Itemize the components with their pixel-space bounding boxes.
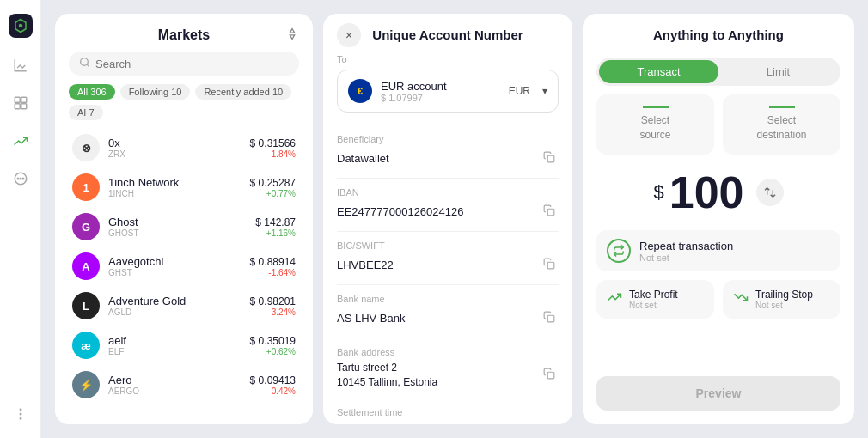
search-icon [79, 57, 90, 70]
filter-recently-added[interactable]: Recently added 10 [195, 84, 291, 100]
repeat-icon [607, 239, 631, 263]
list-item[interactable]: ⚡ Aero AERGO $ 0.09413 -0.42% [69, 366, 299, 404]
copy-iban-button[interactable] [540, 201, 559, 222]
bic-row: LHVBEE22 [337, 254, 559, 276]
bank-name-label: Bank name [337, 294, 559, 304]
price-value: $ 0.25287 [250, 177, 296, 189]
currency-code: EUR [509, 85, 530, 97]
trailing-stop-title: Trailing Stop [755, 289, 813, 301]
bic-label: BIC/SWIFT [337, 240, 559, 251]
source-indicator [643, 106, 669, 108]
bank-address-value: Tartu street 210145 Tallinn, Estonia [337, 361, 437, 390]
copy-beneficiary-button[interactable] [540, 148, 559, 169]
dest-indicator [769, 106, 795, 108]
search-box [69, 52, 299, 76]
take-profit-box[interactable]: Take Profit Not set [596, 280, 714, 319]
list-item[interactable]: 1 1inch Network 1INCH $ 0.25287 +0.77% [69, 168, 299, 206]
asset-price: $ 0.35019 +0.62% [250, 335, 296, 356]
asset-info: Ghost GHOST [108, 216, 247, 238]
trailing-stop-box[interactable]: Trailing Stop Not set [723, 280, 840, 319]
asset-avatar: L [72, 292, 100, 319]
svg-point-6 [20, 178, 21, 179]
asset-symbol: AGLD [108, 307, 241, 317]
select-source-label: Selectsource [639, 113, 670, 143]
select-dest-box[interactable]: Selectdestination [723, 94, 840, 155]
asset-symbol: GHOST [108, 228, 247, 238]
chart-icon[interactable] [10, 55, 31, 76]
list-item[interactable]: A Aavegotchi GHST $ 0.88914 -1.64% [69, 247, 299, 285]
main-content: Markets All 306 Following 10 Recently ad… [41, 0, 868, 438]
account-modal: × Unique Account Number To € EUR account… [323, 14, 572, 424]
select-source-box[interactable]: Selectsource [596, 94, 714, 155]
take-profit-info: Take Profit Not set [629, 289, 678, 310]
asset-price: $ 0.88914 -1.64% [250, 256, 296, 277]
preview-button[interactable]: Preview [596, 376, 840, 411]
profit-stop-row: Take Profit Not set Trailing Stop Not se… [596, 280, 840, 319]
close-button[interactable]: × [337, 23, 361, 47]
modal-header: × Unique Account Number [337, 27, 559, 42]
list-item[interactable]: ⊗ 0x ZRX $ 0.31566 -1.84% [69, 129, 299, 167]
asset-name: 0x [108, 137, 241, 149]
list-item[interactable]: æ aelf ELF $ 0.35019 +0.62% [69, 326, 299, 364]
filter-tags: All 306 Following 10 Recently added 10 A… [69, 84, 299, 120]
svg-rect-17 [547, 373, 554, 380]
repeat-title: Repeat transaction [639, 240, 830, 252]
search-input[interactable] [95, 58, 289, 70]
filter-following[interactable]: Following 10 [120, 84, 191, 100]
filter-all[interactable]: All 306 [69, 84, 115, 100]
svg-point-9 [20, 409, 21, 411]
copy-bank-address-button[interactable] [540, 364, 559, 386]
asset-info: 1inch Network 1INCH [108, 176, 241, 198]
repeat-subtitle: Not set [639, 252, 830, 263]
bank-name-value: AS LHV Bank [337, 312, 406, 325]
menu-icon[interactable] [10, 93, 31, 113]
trailing-stop-info: Trailing Stop Not set [755, 289, 813, 310]
repeat-info: Repeat transaction Not set [639, 240, 830, 263]
take-profit-title: Take Profit [629, 289, 678, 301]
list-item[interactable]: A Aerodrome Finance AERO $ 1.19028 +12.3… [69, 405, 299, 411]
bank-address-label: Bank address [337, 347, 559, 357]
list-item[interactable]: L Adventure Gold AGLD $ 0.98201 -3.24% [69, 287, 299, 325]
copy-bank-name-button[interactable] [540, 307, 559, 329]
trending-icon[interactable] [10, 131, 31, 151]
filter-ai[interactable]: AI 7 [69, 105, 103, 120]
asset-list: ⊗ 0x ZRX $ 0.31566 -1.84% 1 1inch Networ… [69, 129, 299, 411]
right-title: Anything to Anything [596, 27, 840, 42]
price-change: -1.64% [250, 268, 296, 277]
svg-point-8 [22, 178, 24, 179]
asset-symbol: ELF [108, 347, 241, 356]
more-icon[interactable] [10, 404, 31, 424]
beneficiary-row: Datawallet [337, 148, 559, 169]
iban-label: IBAN [337, 187, 559, 198]
dots-circle-icon[interactable] [10, 168, 31, 189]
svg-rect-16 [547, 315, 554, 322]
svg-point-7 [17, 178, 19, 179]
list-item[interactable]: G Ghost GHOST $ 142.87 +1.16% [69, 208, 299, 246]
markets-title: Markets [158, 27, 210, 43]
sort-button[interactable] [285, 27, 299, 44]
to-account-selector[interactable]: € EUR account $ 1.07997 EUR ▾ [337, 70, 559, 113]
tab-limit[interactable]: Limit [718, 60, 838, 83]
repeat-transaction-row[interactable]: Repeat transaction Not set [596, 230, 840, 271]
tab-transact[interactable]: Transact [599, 60, 718, 83]
copy-bic-button[interactable] [540, 254, 559, 276]
eur-flag: € [348, 79, 372, 103]
asset-name: aelf [108, 334, 241, 347]
field-bank-address: Bank address Tartu street 210145 Tallinn… [337, 338, 559, 398]
price-change: -1.84% [250, 149, 296, 159]
field-bic: BIC/SWIFT LHVBEE22 [337, 231, 559, 284]
account-details: EUR account $ 1.07997 [381, 80, 447, 103]
price-value: $ 0.88914 [250, 256, 296, 268]
asset-avatar: 1 [72, 173, 100, 201]
amount-section: $ 100 [596, 163, 840, 222]
price-value: $ 0.09413 [250, 374, 296, 386]
asset-info: Aavegotchi GHST [108, 255, 241, 277]
app-logo[interactable] [9, 14, 33, 38]
settlement-label: Settlement time [337, 407, 559, 417]
asset-info: aelf ELF [108, 334, 241, 356]
swap-button[interactable] [756, 179, 784, 206]
iban-row: EE247777000126024126 [337, 201, 559, 222]
asset-avatar: æ [72, 332, 100, 359]
svg-point-10 [20, 413, 21, 415]
amount-symbol: $ [653, 181, 663, 204]
